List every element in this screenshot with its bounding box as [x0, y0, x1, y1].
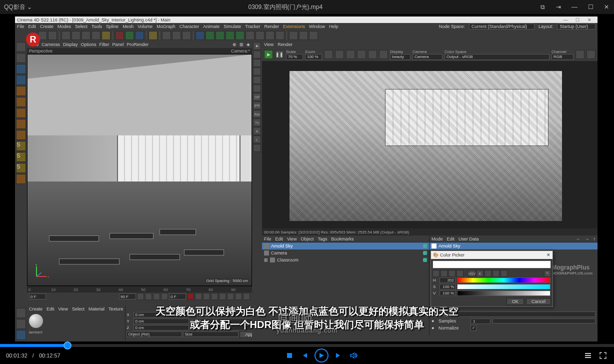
mograph-icon[interactable]	[256, 31, 264, 40]
menu-tools[interactable]: Tools	[92, 24, 102, 29]
cp-h-input[interactable]	[440, 278, 456, 283]
redo-button[interactable]	[48, 31, 57, 40]
deformers-icon[interactable]	[236, 31, 244, 40]
zoom-input[interactable]	[305, 54, 322, 60]
tool-icon[interactable]	[16, 42, 26, 52]
arnold-icon[interactable]	[253, 84, 261, 92]
menu-character[interactable]: Character	[180, 24, 200, 29]
maximize-icon[interactable]: ☐	[587, 4, 594, 10]
vp-tab[interactable]: Cameras	[42, 42, 60, 47]
ipr-button[interactable]	[379, 50, 388, 59]
arnold-icon[interactable]	[253, 50, 261, 58]
record-button[interactable]	[187, 293, 194, 300]
next-key-button[interactable]	[161, 293, 168, 300]
autokey-button[interactable]	[195, 293, 202, 300]
vp-tab[interactable]: Display	[63, 42, 78, 47]
axis-z-icon[interactable]	[135, 31, 144, 40]
camera-icon[interactable]	[586, 50, 596, 59]
colorspace-dropdown[interactable]: Output - sRGB	[444, 54, 550, 60]
cp-mode-button[interactable]	[492, 270, 500, 277]
menu-help[interactable]: Help	[329, 24, 338, 29]
arnold-icon[interactable]: ▶	[253, 42, 261, 50]
move-tool[interactable]	[62, 31, 70, 40]
scale-tool[interactable]	[72, 31, 80, 40]
seek-handle[interactable]	[64, 342, 72, 350]
arnold-ass-icon[interactable]: Ass	[253, 110, 261, 118]
samples-input[interactable]	[470, 318, 490, 324]
node-space-dropdown[interactable]: Current (Standard/Physical)	[469, 24, 534, 30]
tree-item-camera[interactable]: Camera	[262, 250, 429, 256]
nav-fwd-icon[interactable]: →	[585, 236, 590, 242]
menu-spline[interactable]: Spline	[106, 24, 118, 29]
dropdown-arrow-icon[interactable]: ⌄	[27, 4, 32, 10]
start-frame-input[interactable]	[29, 294, 46, 300]
eyedropper-icon[interactable]: ✎	[544, 270, 551, 277]
arnold-icon[interactable]	[253, 59, 261, 67]
saturation-slider[interactable]	[457, 284, 550, 290]
arnold-a-icon[interactable]: A	[253, 127, 261, 135]
play-back-button[interactable]	[145, 293, 152, 300]
modeling-icon[interactable]	[226, 31, 234, 40]
menu-extensions[interactable]: Extensions	[283, 24, 305, 29]
arnold-ipr-icon[interactable]: IPR	[253, 102, 261, 110]
arnold-op-icon[interactable]: OP	[253, 93, 261, 101]
menu-select[interactable]: Select	[75, 24, 88, 29]
ipr-play-button[interactable]: ▶	[264, 50, 273, 59]
end-frame-input[interactable]	[119, 294, 136, 300]
mat-menu[interactable]: Texture	[108, 306, 124, 312]
nav-back-icon[interactable]: ←	[576, 236, 581, 242]
snapshot-button[interactable]	[576, 50, 584, 59]
obj-menu[interactable]: Object	[300, 236, 314, 242]
settings-icon[interactable]	[583, 350, 593, 360]
arnold-icon[interactable]	[253, 76, 261, 84]
tool-icon[interactable]	[16, 308, 26, 318]
menu-volume[interactable]: Volume	[138, 24, 152, 29]
nav-icon[interactable]: ◈	[246, 42, 250, 47]
nav-icon[interactable]: ⊕	[232, 42, 236, 47]
arnold-tx-icon[interactable]: Tx	[253, 118, 261, 126]
player-seekbar[interactable]	[0, 344, 614, 347]
cp-mode-button[interactable]	[456, 270, 464, 277]
pip-icon[interactable]: ⧉	[539, 4, 546, 10]
size-mode-dropdown[interactable]	[183, 332, 238, 337]
color-swatch[interactable]	[432, 260, 551, 268]
vp-tab[interactable]: Panel	[112, 42, 124, 47]
play-button[interactable]	[314, 348, 328, 362]
visibility-dot[interactable]	[423, 251, 427, 255]
layout-dropdown[interactable]: Startup (User)	[557, 24, 596, 30]
tool-icon[interactable]	[16, 330, 26, 340]
cp-v-input[interactable]	[440, 290, 456, 296]
enqueue-icon[interactable]: ⇥	[555, 4, 562, 10]
cp-mode-hsv[interactable]: HSV	[468, 270, 476, 277]
value-slider[interactable]	[457, 290, 550, 296]
ipr-button[interactable]	[335, 50, 344, 59]
next-button[interactable]	[334, 350, 344, 360]
hue-slider[interactable]	[457, 278, 550, 283]
tool-icon[interactable]	[16, 97, 26, 107]
volume-button[interactable]	[348, 350, 358, 360]
normalize-checkbox[interactable]: ✓	[470, 325, 476, 331]
snap-icon[interactable]: S	[16, 163, 26, 173]
close-icon[interactable]: ✕	[546, 252, 550, 258]
play-fwd-button[interactable]	[153, 293, 160, 300]
attr-menu[interactable]: Mode	[432, 236, 443, 242]
tool-icon[interactable]	[16, 130, 26, 140]
current-frame-input[interactable]	[169, 294, 186, 300]
tool-icon[interactable]	[246, 31, 254, 40]
menu-tracker[interactable]: Tracker	[245, 24, 260, 29]
cp-mode-button[interactable]	[484, 270, 492, 277]
scale-input[interactable]	[286, 54, 303, 60]
interior-dropdown[interactable]: interior_only	[432, 312, 596, 317]
cp-s-input[interactable]	[440, 284, 456, 290]
player-app-name[interactable]: QQ影音	[4, 3, 26, 12]
obj-menu[interactable]: File	[264, 236, 272, 242]
tool-icon[interactable]	[16, 174, 26, 184]
display-dropdown[interactable]: beauty	[390, 54, 410, 60]
ipr-button[interactable]	[346, 50, 355, 59]
tl-button[interactable]	[203, 293, 210, 300]
menu-animate[interactable]: Animate	[203, 24, 220, 29]
vp-tab[interactable]: Filter	[99, 42, 109, 47]
light-icon[interactable]	[309, 31, 318, 40]
prev-key-button[interactable]	[137, 293, 144, 300]
rotate-tool[interactable]	[82, 31, 90, 40]
